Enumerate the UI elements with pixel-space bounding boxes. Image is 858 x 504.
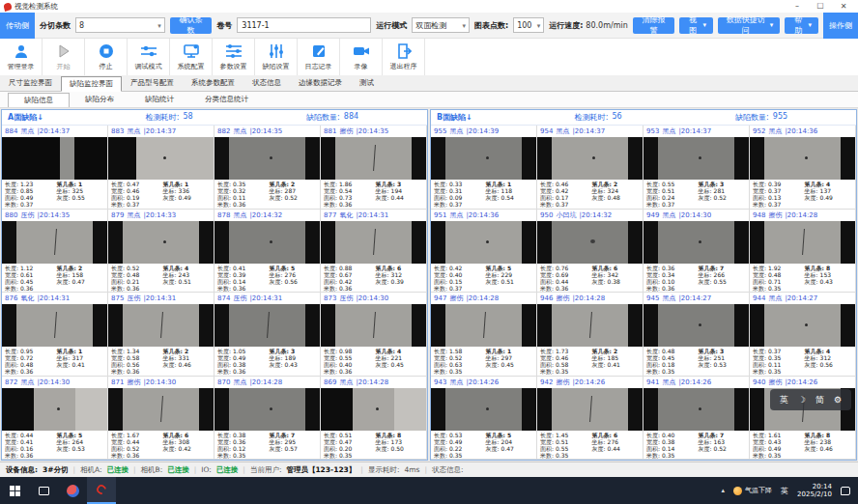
defect-cell[interactable]: 943黑点|20:14:26长度:0.53宽度:0.49面积:0.22米数:0.… [431, 377, 537, 461]
defect-cell[interactable]: 870黑点|20:14:28长度:0.38宽度:0.36面积:0.12米数:0.… [214, 377, 321, 461]
defect-cell[interactable]: 884黑点|20:14:37长度:1.23宽度:0.85面积:0.49米数:0.… [2, 126, 108, 210]
defect-mark [270, 407, 272, 410]
info-row: 第几条:4 [805, 348, 852, 354]
subtab-defect-info[interactable]: 缺陷信息 [8, 93, 70, 107]
start-button[interactable]: 开始 [43, 39, 85, 75]
subtab-defect-statistics[interactable]: 缺陷统计 [129, 93, 189, 107]
clear-alarm-button[interactable]: 清除报警 [633, 17, 675, 34]
info-row: 第几条:5 [270, 265, 317, 271]
hidden-icons-chevron[interactable]: ▴ [722, 487, 726, 494]
defect-info-left: 长度:0.95宽度:0.72面积:0.48米数:0.36 [5, 348, 57, 376]
drive-side-button[interactable]: 传动侧 [0, 13, 35, 39]
taskbar-app-1[interactable] [58, 477, 87, 504]
subtab-class-info-statistics[interactable]: 分类信息统计 [189, 93, 264, 107]
defect-cell[interactable]: 942擦伤|20:14:26长度:1.45宽度:0.51面积:0.55米数:0.… [537, 377, 644, 461]
minimize-button[interactable]: – [786, 1, 808, 13]
defect-cell[interactable]: 947擦伤|20:14:28长度:1.58宽度:0.52面积:0.63米数:0.… [431, 293, 537, 377]
defect-cell[interactable]: 876氧化|20:14:31长度:0.95宽度:0.72面积:0.48米数:0.… [2, 293, 108, 377]
confirm-count-button[interactable]: 确认条数 [170, 17, 213, 34]
defect-cell[interactable]: 950小凹坑|20:14:32长度:0.76宽度:0.69面积:0.44米数:0… [537, 210, 644, 294]
defect-cell[interactable]: 874压伤|20:14:31长度:1.05宽度:0.49面积:0.38米数:0.… [214, 293, 321, 377]
defect-cell[interactable]: 881擦伤|20:14:35长度:1.86宽度:0.54面积:0.73米数:0.… [321, 126, 427, 210]
defect-cell[interactable]: 952黑点|20:14:36长度:0.39宽度:0.37面积:0.13米数:0.… [750, 126, 856, 210]
defect-cell[interactable]: 955黑点|20:14:39长度:0.33宽度:0.31面积:0.09米数:0.… [431, 126, 537, 210]
debug-mode-button[interactable]: 调试模式 [128, 39, 170, 75]
exit-program-button[interactable]: 退出程序 [383, 39, 425, 75]
defect-cell[interactable]: 944黑点|20:14:27长度:0.37宽度:0.35面积:0.11米数:0.… [750, 293, 856, 377]
input-language-indicator[interactable]: 英 [781, 486, 788, 496]
defect-cell[interactable]: 875压伤|20:14:31长度:1.34宽度:0.58面积:0.56米数:0.… [108, 293, 214, 377]
info-row: 宽度:0.34 [646, 271, 699, 278]
params-settings-button[interactable]: 参数设置 [213, 39, 255, 75]
defect-cell[interactable]: 873压伤|20:14:30长度:0.98宽度:0.55面积:0.40米数:0.… [321, 293, 427, 377]
info-row: 灰度:0.47 [486, 445, 533, 452]
maximize-button[interactable]: ☐ [810, 1, 831, 13]
info-value: 0.37 [127, 201, 139, 208]
defect-cell[interactable]: 882黑点|20:14:35长度:0.35宽度:0.32面积:0.11米数:0.… [214, 126, 321, 210]
defect-type: 黑点 [449, 378, 463, 387]
taskbar-app-active[interactable] [87, 477, 116, 504]
tab-defect-monitor[interactable]: 缺陷监控界面 [61, 76, 122, 92]
ime-english-toggle[interactable]: 英 [780, 394, 788, 406]
system-config-button[interactable]: 系统配置 [170, 39, 213, 75]
info-row: 灰度:0.54 [486, 194, 533, 201]
close-button[interactable]: ✕ [833, 1, 854, 13]
defect-id: 944 [753, 294, 765, 302]
info-row: 坐标:264 [57, 438, 104, 445]
defect-cell-header: 945黑点|20:14:27 [644, 293, 749, 304]
record-video-button[interactable]: 录像 [340, 39, 383, 75]
defect-cell[interactable]: 880压伤|20:14:35长度:1.12宽度:0.61面积:0.45米数:0.… [2, 210, 108, 294]
defect-cell[interactable]: 879黑点|20:14:33长度:0.52宽度:0.48面积:0.21米数:0.… [108, 210, 214, 294]
defect-cell[interactable]: 954黑点|20:14:37长度:0.46宽度:0.42面积:0.17米数:0.… [537, 126, 644, 210]
info-value: 0.40 [449, 271, 462, 278]
tab-test[interactable]: 测试 [351, 75, 383, 91]
roll-number-input[interactable] [237, 17, 371, 33]
defect-cell[interactable]: 951黑点|20:14:36长度:0.42宽度:0.40面积:0.15米数:0.… [431, 210, 537, 294]
defect-cell[interactable]: 883黑点|20:14:37长度:0.47宽度:0.46面积:0.19米数:0.… [108, 126, 214, 210]
task-view-button[interactable] [29, 477, 58, 504]
settings-gear-icon[interactable]: ⚙ [834, 395, 842, 405]
defect-cell[interactable]: 949黑点|20:14:30长度:0.36宽度:0.34面积:0.10米数:0.… [644, 210, 750, 294]
defect-mark [373, 229, 376, 255]
windows-start-button[interactable] [0, 477, 29, 504]
moon-icon[interactable]: ☽ [798, 395, 806, 405]
operator-side-button[interactable]: 操作侧 [823, 13, 858, 39]
defect-type: 黑点 [20, 378, 34, 387]
tab-edge-data-record[interactable]: 边缘数据记录 [290, 75, 351, 91]
stop-button[interactable]: 停止 [85, 39, 128, 75]
chart-points-select[interactable]: 100 [513, 17, 544, 33]
tab-product-model-config[interactable]: 产品型号配置 [122, 75, 183, 91]
info-label: 面积: [324, 194, 337, 201]
log-record-button[interactable]: 日志记录 [298, 39, 340, 75]
defect-cell[interactable]: 953黑点|20:14:37长度:0.55宽度:0.51面积:0.24米数:0.… [644, 126, 750, 210]
defect-id: 954 [540, 127, 553, 135]
defect-cell[interactable]: 872黑点|20:14:30长度:0.44宽度:0.41面积:0.16米数:0.… [2, 377, 108, 461]
notification-center-icon[interactable] [841, 487, 850, 495]
log-pen-icon [311, 42, 327, 60]
manage-login-button[interactable]: 管理登录 [0, 39, 43, 75]
tab-size-monitor[interactable]: 尺寸监控界面 [0, 75, 61, 91]
info-row: 坐标:312 [376, 271, 423, 278]
view-menu-button[interactable]: 视图 [679, 17, 713, 34]
info-value: 0.45 [391, 361, 404, 368]
system-clock[interactable]: 20:14 2025/2/10 [797, 483, 832, 498]
tab-status-info[interactable]: 状态信息 [243, 75, 290, 91]
ime-simplified-toggle[interactable]: 简 [815, 394, 824, 406]
defect-cell[interactable]: 878黑点|20:14:32长度:0.41宽度:0.39面积:0.14米数:0.… [214, 210, 321, 294]
help-menu-button[interactable]: 帮助 [785, 17, 818, 34]
defect-cell[interactable]: 946擦伤|20:14:28长度:1.73宽度:0.46面积:0.58米数:0.… [537, 293, 644, 377]
data-quick-access-button[interactable]: 数据快捷访问 [718, 17, 780, 34]
defect-cell[interactable]: 869黑点|20:14:28长度:0.51宽度:0.47面积:0.20米数:0.… [321, 377, 427, 461]
defect-cell[interactable]: 877氧化|20:14:31长度:0.88宽度:0.67面积:0.42米数:0.… [321, 210, 427, 294]
defect-settings-button[interactable]: 缺陷设置 [255, 39, 298, 75]
defect-cell[interactable]: 945黑点|20:14:27长度:0.48宽度:0.45面积:0.18米数:0.… [644, 293, 750, 377]
defect-cell[interactable]: 941黑点|20:14:26长度:0.40宽度:0.38面积:0.14米数:0.… [644, 377, 750, 461]
defect-mark [270, 240, 272, 243]
run-mode-select[interactable]: 双面检测 [412, 17, 470, 33]
defect-cell[interactable]: 871擦伤|20:14:30长度:1.67宽度:0.44面积:0.52米数:0.… [108, 377, 214, 461]
subtab-defect-distribution[interactable]: 缺陷分布 [70, 93, 129, 107]
defect-cell[interactable]: 948擦伤|20:14:28长度:1.92宽度:0.48面积:0.71米数:0.… [750, 210, 856, 294]
slit-count-select[interactable]: 8 [75, 17, 165, 33]
tab-system-params-config[interactable]: 系统参数配置 [183, 75, 243, 91]
weather-widget[interactable]: 气温下降 [733, 486, 772, 495]
